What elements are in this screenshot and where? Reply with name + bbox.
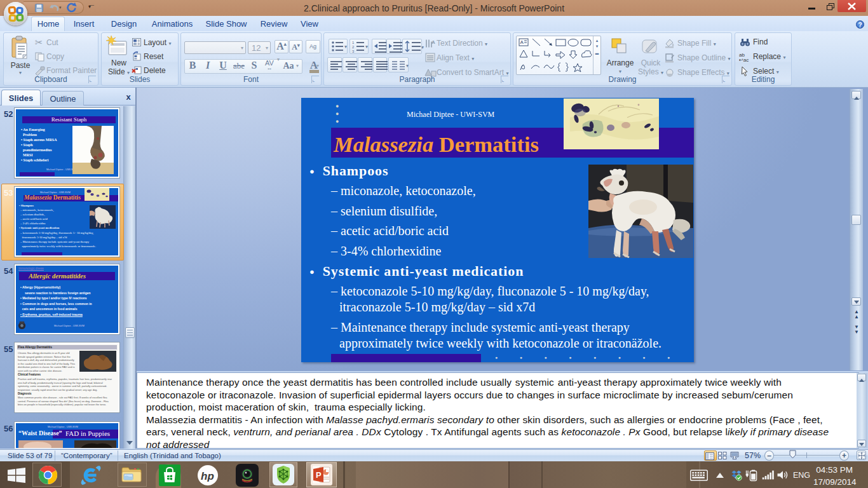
svg-text:↩ac: ↩ac	[739, 57, 749, 62]
svg-text:▾: ▾	[365, 44, 368, 50]
svg-text:A: A	[520, 39, 524, 45]
svg-text:A: A	[431, 39, 435, 45]
svg-text:▾: ▾	[344, 44, 347, 50]
svg-text:hp: hp	[201, 470, 214, 482]
svg-text:2: 2	[352, 45, 355, 49]
svg-text:3: 3	[352, 50, 355, 53]
svg-text:P: P	[316, 470, 322, 480]
svg-text:1: 1	[352, 41, 355, 44]
svg-text:▾: ▾	[406, 63, 409, 69]
svg-text:▾: ▾	[421, 44, 424, 50]
